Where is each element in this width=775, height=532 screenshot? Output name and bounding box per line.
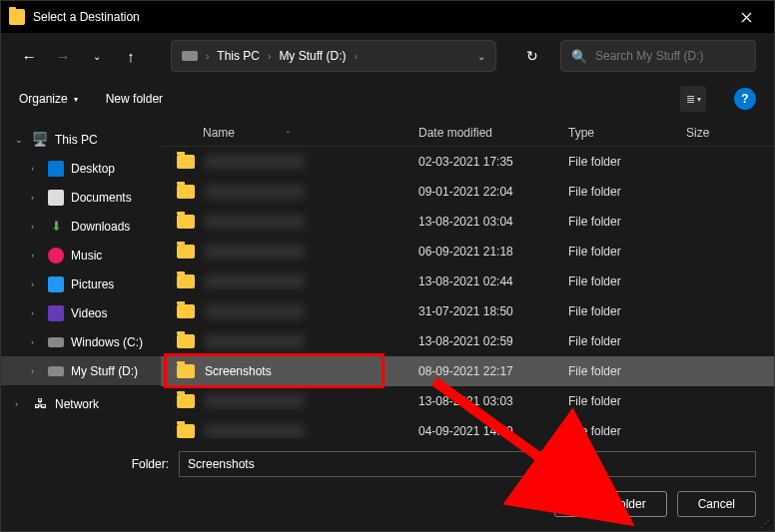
tree-label: Downloads bbox=[71, 220, 130, 234]
tree-this-pc[interactable]: ⌄ 🖥️ This PC bbox=[1, 125, 161, 154]
recent-dropdown-icon[interactable]: ⌄ bbox=[87, 51, 107, 62]
row-date: 04-09-2021 14:10 bbox=[418, 424, 568, 438]
new-folder-button[interactable]: New folder bbox=[106, 92, 163, 106]
chevron-right-icon[interactable]: › bbox=[31, 164, 41, 174]
folder-row: Folder: bbox=[19, 451, 756, 477]
tree-label: This PC bbox=[55, 133, 98, 147]
chevron-right-icon[interactable]: › bbox=[15, 399, 25, 409]
window-title: Select a Destination bbox=[33, 10, 726, 24]
chevron-down-icon: ▾ bbox=[74, 95, 78, 104]
row-type: File folder bbox=[568, 185, 686, 199]
row-type: File folder bbox=[568, 304, 686, 318]
address-bar[interactable]: › This PC › My Stuff (D:) › ⌄ bbox=[171, 40, 496, 72]
chevron-right-icon[interactable]: › bbox=[31, 308, 41, 318]
network-icon: 🖧 bbox=[32, 396, 48, 412]
row-date: 09-01-2021 22:04 bbox=[418, 185, 568, 199]
chevron-right-icon[interactable]: › bbox=[31, 251, 41, 261]
row-date: 31-07-2021 18:50 bbox=[418, 304, 568, 318]
list-row[interactable]: 04-09-2021 14:10File folder bbox=[161, 416, 774, 439]
view-options-button[interactable]: ≣ ▾ bbox=[680, 86, 706, 112]
row-type: File folder bbox=[568, 334, 686, 348]
titlebar: Select a Destination bbox=[1, 1, 774, 33]
row-date: 13-08-2021 02:59 bbox=[418, 334, 568, 348]
folder-icon bbox=[177, 155, 195, 169]
tree-videos[interactable]: › Videos bbox=[1, 298, 161, 327]
up-button[interactable]: ↑ bbox=[121, 48, 141, 65]
tree-my-stuff-d[interactable]: › My Stuff (D:) bbox=[1, 356, 161, 385]
row-name bbox=[205, 274, 418, 288]
desktop-icon bbox=[48, 161, 64, 177]
row-name: Screenshots bbox=[205, 364, 418, 378]
drive-icon bbox=[48, 337, 64, 347]
close-button[interactable] bbox=[726, 1, 766, 33]
tree-documents[interactable]: › Documents bbox=[1, 183, 161, 212]
tree-label: My Stuff (D:) bbox=[71, 364, 138, 378]
tree-network[interactable]: › 🖧 Network bbox=[1, 389, 161, 418]
refresh-button[interactable]: ↻ bbox=[518, 48, 546, 64]
tree-music[interactable]: › Music bbox=[1, 241, 161, 269]
tree-downloads[interactable]: › ⬇ Downloads bbox=[1, 212, 161, 241]
chevron-right-icon[interactable]: › bbox=[31, 366, 41, 376]
pictures-icon bbox=[48, 276, 64, 292]
tree-desktop[interactable]: › Desktop bbox=[1, 154, 161, 183]
list-row[interactable]: Screenshots08-09-2021 22:17File folder bbox=[161, 356, 774, 386]
row-date: 13-08-2021 03:03 bbox=[418, 394, 568, 408]
tree-label: Pictures bbox=[71, 277, 114, 291]
downloads-icon: ⬇ bbox=[48, 219, 64, 235]
list-row[interactable]: 09-01-2021 22:04File folder bbox=[161, 177, 774, 207]
chevron-right-icon[interactable]: › bbox=[31, 222, 41, 232]
row-date: 13-08-2021 03:04 bbox=[418, 215, 568, 229]
folder-icon bbox=[177, 245, 195, 259]
list-row[interactable]: 31-07-2021 18:50File folder bbox=[161, 296, 774, 326]
forward-button[interactable]: → bbox=[53, 48, 73, 65]
folder-icon bbox=[177, 304, 195, 318]
row-name bbox=[205, 304, 418, 318]
chevron-down-icon[interactable]: ⌄ bbox=[15, 135, 25, 145]
row-date: 13-08-2021 02:44 bbox=[418, 274, 568, 288]
breadcrumb-segment[interactable]: This PC bbox=[217, 49, 260, 63]
button-row: Select Folder Cancel bbox=[19, 491, 756, 517]
row-type: File folder bbox=[568, 155, 686, 169]
chevron-right-icon: › bbox=[268, 51, 271, 62]
tree-windows-c[interactable]: › Windows (C:) bbox=[1, 327, 161, 356]
chevron-right-icon[interactable]: › bbox=[31, 279, 41, 289]
tree-label: Network bbox=[55, 397, 99, 411]
chevron-right-icon[interactable]: › bbox=[31, 337, 41, 347]
cancel-button[interactable]: Cancel bbox=[677, 491, 756, 517]
column-date[interactable]: Date modified bbox=[418, 126, 568, 140]
select-folder-button[interactable]: Select Folder bbox=[554, 491, 667, 517]
row-name bbox=[205, 334, 418, 348]
list-row[interactable]: 13-08-2021 02:59File folder bbox=[161, 326, 774, 356]
column-type[interactable]: Type bbox=[568, 126, 686, 140]
list-row[interactable]: 13-08-2021 02:44File folder bbox=[161, 266, 774, 296]
documents-icon bbox=[48, 190, 64, 206]
column-size[interactable]: Size bbox=[686, 126, 774, 140]
row-name bbox=[205, 215, 418, 229]
chevron-right-icon: › bbox=[206, 51, 209, 62]
search-input[interactable] bbox=[595, 49, 745, 63]
organize-menu[interactable]: Organize ▾ bbox=[19, 92, 78, 106]
folder-input[interactable] bbox=[179, 451, 756, 477]
organize-label: Organize bbox=[19, 92, 68, 106]
column-name[interactable]: Name⌃ bbox=[161, 126, 418, 140]
chevron-right-icon[interactable]: › bbox=[31, 193, 41, 203]
search-bar[interactable]: 🔍 bbox=[560, 40, 756, 72]
help-button[interactable]: ? bbox=[734, 88, 756, 110]
list-row[interactable]: 06-09-2021 21:18File folder bbox=[161, 237, 774, 266]
resize-grip[interactable]: ⋰ bbox=[760, 521, 770, 527]
breadcrumb-segment[interactable]: My Stuff (D:) bbox=[279, 49, 346, 63]
row-type: File folder bbox=[568, 215, 686, 229]
row-name bbox=[205, 424, 418, 438]
list-header: Name⌃ Date modified Type Size bbox=[161, 119, 774, 147]
tree-pictures[interactable]: › Pictures bbox=[1, 269, 161, 298]
tree-label: Music bbox=[71, 249, 102, 263]
row-type: File folder bbox=[568, 245, 686, 259]
list-row[interactable]: 02-03-2021 17:35File folder bbox=[161, 147, 774, 177]
list-row[interactable]: 13-08-2021 03:04File folder bbox=[161, 207, 774, 237]
folder-icon bbox=[177, 394, 195, 408]
chevron-down-icon[interactable]: ⌄ bbox=[477, 51, 485, 62]
back-button[interactable]: ← bbox=[19, 48, 39, 65]
list-row[interactable]: 13-08-2021 03:03File folder bbox=[161, 386, 774, 416]
row-name bbox=[205, 245, 418, 259]
body: ⌄ 🖥️ This PC › Desktop › Documents › ⬇ D… bbox=[1, 119, 774, 439]
